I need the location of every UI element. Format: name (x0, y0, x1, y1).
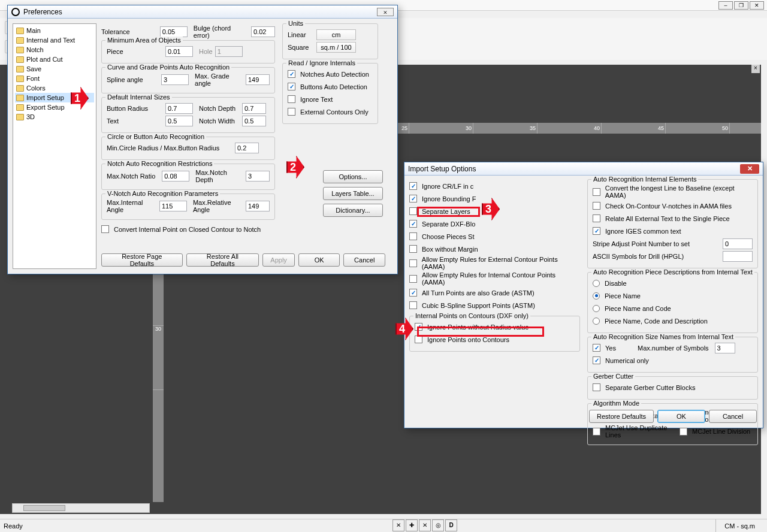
square-value[interactable]: sq.m / 100 (316, 42, 356, 53)
import-checkbox[interactable] (409, 301, 417, 309)
status-icon[interactable]: ◎ (432, 519, 444, 531)
restore-defaults-button[interactable]: Restore Defaults (589, 410, 654, 423)
pd-radio[interactable] (593, 305, 600, 312)
import-label: Cubic B-Spline Support Points (ASTM) (422, 302, 535, 309)
apply-button[interactable]: Apply (262, 253, 295, 267)
ndepth-input[interactable] (242, 103, 266, 114)
restore-all-button[interactable]: Restore All Defaults (186, 253, 259, 267)
close-icon[interactable]: ✕ (740, 164, 759, 174)
buttons-checkbox[interactable] (288, 83, 295, 90)
pd-title: Auto Recognition Piece Descriptions from… (591, 268, 754, 276)
pd-radio[interactable] (593, 280, 600, 287)
tree-item-notch[interactable]: Notch (15, 45, 94, 55)
maxratio-input[interactable] (162, 171, 189, 182)
import-checkbox[interactable] (593, 214, 600, 222)
callout-3: 3 (482, 198, 500, 220)
maxgrade-input[interactable] (246, 74, 270, 85)
status-icon[interactable]: D (445, 519, 457, 531)
convert-checkbox[interactable] (101, 225, 109, 233)
maxratio-label: Max.Notch Ratio (107, 173, 159, 180)
import-checkbox[interactable] (409, 275, 417, 283)
tree-item-plot-and-cut[interactable]: Plot and Cut (15, 55, 94, 64)
am3-checkbox[interactable] (593, 428, 600, 436)
import-checkbox[interactable] (409, 207, 417, 215)
tree-item-3d[interactable]: 3D (15, 112, 94, 122)
import-label: Box without Margin (422, 246, 478, 253)
status-icon[interactable]: ✚ (406, 519, 418, 531)
preferences-titlebar[interactable]: Preferences ⨉ (8, 5, 397, 19)
tree-item-save[interactable]: Save (15, 64, 94, 74)
restore-page-button[interactable]: Restore Page Defaults (101, 253, 183, 267)
btrad-input[interactable] (165, 103, 193, 114)
vnotch-title: V-Notch Auto Recognition Parameters (105, 190, 220, 197)
nwidth-input[interactable] (242, 116, 266, 126)
convert-label: Convert Internal Point on Closed Contour… (114, 226, 261, 233)
import-checkbox[interactable] (409, 220, 417, 228)
defint-title: Default Internal Sizes (105, 93, 172, 101)
import-checkbox[interactable] (409, 245, 417, 253)
cancel-button[interactable]: Cancel (343, 253, 385, 267)
tree-item-main[interactable]: Main (15, 26, 94, 35)
am4-checkbox[interactable] (680, 428, 687, 436)
ignoretext-checkbox[interactable] (288, 95, 295, 103)
status-bar: Ready CM - sq.m (0, 519, 767, 532)
ok-button[interactable]: OK (657, 410, 705, 423)
sn-title: Auto Recognition Size Names from Interna… (591, 333, 735, 340)
options-button[interactable]: Options... (323, 170, 383, 183)
h-scrollbar[interactable] (12, 503, 150, 513)
import-checkbox[interactable] (409, 195, 417, 202)
import-checkbox[interactable] (409, 232, 417, 240)
sn-yes-checkbox[interactable] (593, 344, 600, 352)
status-icon[interactable]: ✕ (392, 519, 404, 531)
extonly-checkbox[interactable] (288, 108, 295, 116)
import-checkbox[interactable] (409, 259, 417, 267)
gc-checkbox[interactable] (593, 383, 600, 391)
scrollbar-thumb[interactable] (23, 505, 65, 511)
sn-max-input[interactable] (715, 343, 735, 353)
close-icon[interactable]: ⨉ (377, 8, 394, 16)
import-checkbox[interactable] (593, 202, 600, 210)
pd-radio[interactable] (593, 318, 600, 325)
minimize-button[interactable]: – (718, 1, 733, 10)
tree-item-font[interactable]: Font (15, 74, 94, 83)
import-checkbox[interactable] (409, 182, 417, 190)
maxint-input[interactable] (159, 201, 187, 211)
pd-label: Piece Name, Code and Description (605, 318, 708, 325)
bulge-input[interactable] (251, 26, 275, 37)
callout-4: 4 (395, 318, 413, 340)
import-label: Convert the longest Line to Baseline (ex… (605, 185, 753, 199)
piece-input[interactable] (165, 46, 193, 57)
import-checkbox[interactable] (593, 188, 600, 196)
preferences-tree[interactable]: MainInternal and TextNotchPlot and CutSa… (13, 23, 96, 269)
pd-radio[interactable] (593, 292, 600, 300)
maxndepth-input[interactable] (246, 171, 270, 182)
status-icon[interactable]: ✕ (419, 519, 431, 531)
ascii-label: ASCII Symbols for Drill (HPGL) (593, 253, 720, 260)
ri-title: Read / Ignore Internals (286, 59, 357, 66)
callout-2: 2 (286, 156, 304, 179)
dictionary-button[interactable]: Dictionary... (323, 204, 383, 217)
import-titlebar[interactable]: Import Setup Options ✕ (404, 162, 763, 176)
import-checkbox[interactable] (409, 289, 417, 297)
tree-item-internal-and-text[interactable]: Internal and Text (15, 35, 94, 45)
tree-item-label: Internal and Text (26, 37, 75, 44)
spline-input[interactable] (161, 74, 189, 85)
maximize-button[interactable]: ❐ (734, 1, 748, 10)
import-checkbox[interactable] (593, 227, 600, 235)
ascii-input[interactable] (723, 251, 753, 262)
tolerance-input[interactable] (160, 26, 188, 37)
close-tab-button[interactable]: × (751, 65, 760, 73)
cancel-button[interactable]: Cancel (709, 410, 757, 423)
stripe-input[interactable] (723, 238, 753, 249)
text-input[interactable] (165, 116, 193, 126)
circle-input[interactable] (235, 143, 259, 153)
linear-value[interactable]: cm (316, 29, 356, 40)
import-setup-dialog: Import Setup Options ✕ Ignore CR/LF in c… (404, 162, 763, 428)
sn-num-checkbox[interactable] (593, 356, 600, 364)
close-window-button[interactable]: ✕ (750, 1, 764, 10)
notches-checkbox[interactable] (288, 70, 295, 78)
circle-title: Circle or Button Auto Recognition (105, 133, 206, 140)
maxrel-input[interactable] (246, 201, 270, 211)
layers-table-button[interactable]: Layers Table... (323, 187, 383, 200)
ok-button[interactable]: OK (298, 253, 340, 267)
